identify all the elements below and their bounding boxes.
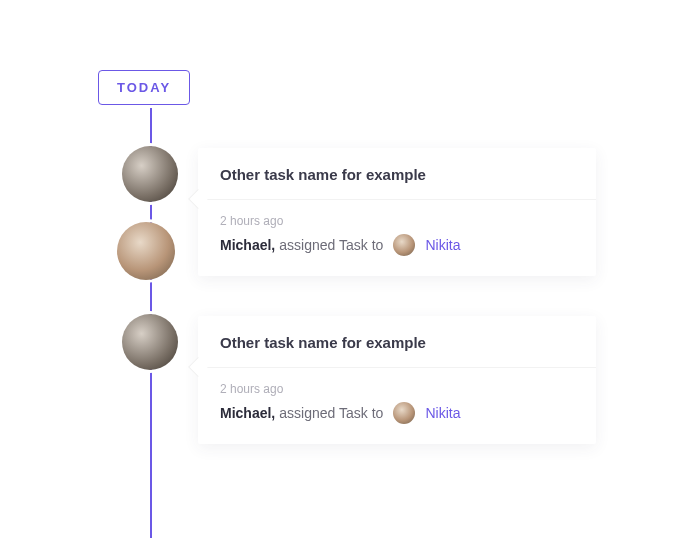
avatar[interactable] [122, 314, 178, 370]
activity-timeline: TODAY Other task name for example 2 hour… [0, 0, 690, 466]
activity-card: Other task name for example 2 hours ago … [198, 316, 596, 444]
today-badge: TODAY [98, 70, 190, 105]
avatar[interactable] [117, 222, 175, 280]
timeline-item: Other task name for example 2 hours ago … [98, 316, 690, 466]
assignee-name[interactable]: Nikita [425, 237, 460, 253]
today-badge-label: TODAY [117, 80, 171, 95]
action-text: assigned Task [279, 405, 367, 421]
activity-card: Other task name for example 2 hours ago … [198, 148, 596, 276]
action-text: to [372, 405, 384, 421]
avatar[interactable] [122, 146, 178, 202]
card-body: 2 hours ago Michael, assigned Task to Ni… [198, 368, 596, 444]
actor-name[interactable]: Michael, [220, 405, 275, 421]
card-header: Other task name for example [198, 148, 596, 200]
assignee-name[interactable]: Nikita [425, 405, 460, 421]
task-title[interactable]: Other task name for example [220, 166, 574, 183]
actor-name[interactable]: Michael, [220, 237, 275, 253]
activity-line: Michael, assigned Task to Nikita [220, 234, 574, 256]
assignee-avatar-icon[interactable] [393, 402, 415, 424]
card-body: 2 hours ago Michael, assigned Task to Ni… [198, 200, 596, 276]
activity-line: Michael, assigned Task to Nikita [220, 402, 574, 424]
timestamp: 2 hours ago [220, 382, 574, 396]
card-header: Other task name for example [198, 316, 596, 368]
timeline-items: Other task name for example 2 hours ago … [98, 148, 690, 466]
timestamp: 2 hours ago [220, 214, 574, 228]
action-text: to [372, 237, 384, 253]
assignee-avatar-icon[interactable] [393, 234, 415, 256]
action-text: assigned Task [279, 237, 367, 253]
task-title[interactable]: Other task name for example [220, 334, 574, 351]
timeline-item: Other task name for example 2 hours ago … [98, 148, 690, 298]
